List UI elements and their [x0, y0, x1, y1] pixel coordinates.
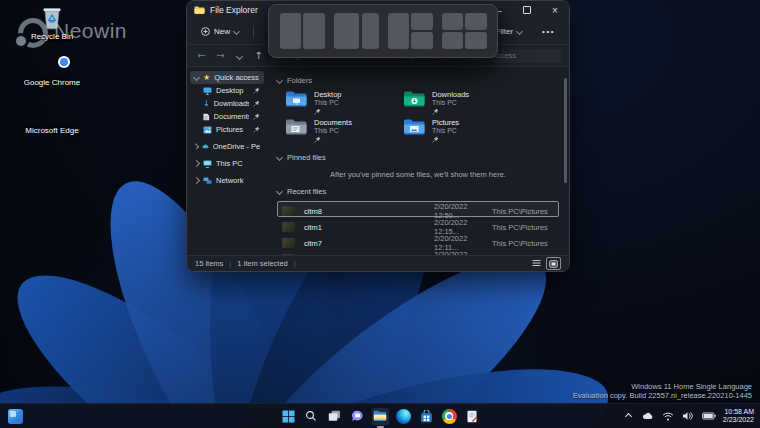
vertical-scrollbar[interactable]: [564, 76, 567, 251]
snap-cell[interactable]: [362, 13, 379, 49]
snap-layout-quadrants[interactable]: [442, 13, 487, 49]
file-name: cltm7: [304, 239, 434, 248]
tray-overflow-button[interactable]: [623, 408, 635, 425]
sidebar-item-this-pc[interactable]: This PC: [190, 157, 264, 170]
close-icon: ×: [552, 5, 558, 16]
pictures-icon: [203, 126, 212, 134]
tray-battery-button[interactable]: [701, 408, 717, 425]
snap-cell[interactable]: [334, 13, 360, 49]
sidebar-item-label: Pictures: [216, 125, 243, 134]
folder-tile-desktop[interactable]: Desktop This PC: [285, 90, 403, 115]
volume-icon: [682, 411, 693, 421]
window-title: File Explorer: [210, 5, 258, 15]
taskbar-task-view-button[interactable]: [326, 408, 343, 425]
sidebar-item-desktop[interactable]: Desktop: [199, 84, 264, 97]
folder-tile-documents[interactable]: Documents This PC: [285, 118, 403, 143]
snap-cell[interactable]: [442, 13, 463, 30]
sidebar-item-downloads[interactable]: ↓ Downloads: [199, 97, 264, 110]
taskbar-widgets-button[interactable]: [7, 408, 24, 425]
taskbar-search-button[interactable]: [303, 408, 320, 425]
taskbar-start-button[interactable]: [280, 408, 297, 425]
taskbar-chrome-button[interactable]: [441, 408, 458, 425]
section-header-pinned-files[interactable]: Pinned files: [277, 151, 559, 163]
status-selected-count: 1 item selected: [237, 259, 287, 268]
snap-cell[interactable]: [303, 13, 324, 49]
taskbar-edge-button[interactable]: [395, 408, 412, 425]
file-thumbnail: [282, 238, 295, 248]
chrome-icon: [442, 409, 457, 424]
snap-layout-left-wide[interactable]: [334, 13, 379, 49]
see-more-button[interactable]: •••: [536, 24, 561, 39]
taskbar-clock[interactable]: 10:58 AM 2/23/2022: [723, 408, 754, 424]
maximize-button[interactable]: [513, 1, 541, 19]
snap-layouts-flyout: [268, 4, 498, 58]
desktop-icon-microsoft-edge[interactable]: Microsoft Edge: [20, 98, 84, 135]
chevron-down-icon: [276, 153, 283, 160]
snap-cell[interactable]: [465, 32, 486, 49]
tray-volume-button[interactable]: [681, 408, 695, 425]
desktop-icon-label: Google Chrome: [20, 78, 84, 87]
expander-icon[interactable]: [193, 177, 200, 184]
up-button[interactable]: ↑: [252, 51, 265, 61]
new-button[interactable]: New: [195, 24, 245, 39]
forward-button[interactable]: →: [214, 51, 227, 61]
list-view-button[interactable]: [530, 257, 543, 268]
desktop-icon-google-chrome[interactable]: Google Chrome: [20, 50, 84, 87]
sidebar-item-pictures[interactable]: Pictures: [199, 123, 264, 136]
section-label: Recent files: [287, 187, 326, 196]
snap-cell[interactable]: [411, 32, 432, 49]
folder-location: This PC: [314, 127, 352, 135]
snap-layout-two-equal-columns[interactable]: [280, 13, 325, 49]
system-tray: 10:58 AM 2/23/2022: [623, 408, 754, 425]
star-icon: ★: [203, 74, 210, 82]
scrollbar-thumb[interactable]: [564, 78, 567, 183]
sidebar-item-network[interactable]: Network: [190, 174, 264, 187]
section-header-recent-files[interactable]: Recent files: [277, 185, 559, 197]
evaluation-watermark: Windows 11 Home Single Language Evaluati…: [573, 382, 752, 400]
folder-tile-pictures[interactable]: Pictures This PC: [403, 118, 559, 143]
folder-name: Documents: [314, 118, 352, 127]
file-thumbnail: [282, 222, 295, 232]
view-toggles: [530, 257, 561, 270]
pin-icon: [253, 87, 260, 94]
close-button[interactable]: ×: [541, 1, 569, 19]
expander-icon[interactable]: [193, 143, 199, 149]
thumbnail-view-button[interactable]: [546, 257, 561, 270]
ellipsis-icon: •••: [542, 27, 555, 36]
sidebar-item-documents[interactable]: Documents: [199, 110, 264, 123]
snap-layout-left-plus-right-stack[interactable]: [388, 13, 433, 49]
documents-folder-icon: [285, 118, 308, 136]
tray-wifi-button[interactable]: [661, 408, 675, 425]
snap-cell[interactable]: [280, 13, 301, 49]
section-header-folders[interactable]: Folders: [277, 74, 559, 86]
snap-cell[interactable]: [411, 13, 432, 30]
taskbar-store-button[interactable]: [418, 408, 435, 425]
back-button[interactable]: ←: [195, 51, 208, 61]
folder-tile-downloads[interactable]: Downloads This PC: [403, 90, 559, 115]
folder-location: This PC: [432, 127, 459, 135]
pin-icon: [432, 108, 469, 115]
recent-locations-button[interactable]: [233, 51, 246, 61]
windows-start-icon: [282, 410, 295, 423]
status-bar: 15 items | 1 item selected |: [187, 255, 569, 271]
snap-cell[interactable]: [388, 13, 409, 49]
download-icon: ↓: [203, 100, 210, 108]
sidebar-item-onedrive[interactable]: OneDrive - Personal: [190, 140, 264, 153]
sidebar-item-quick-access[interactable]: ★ Quick access: [190, 71, 264, 84]
recent-file-row[interactable]: cltm1 2/20/2022 12:15... This PC\Picture…: [277, 217, 559, 233]
expander-icon[interactable]: [193, 160, 200, 167]
tray-onedrive-button[interactable]: [641, 408, 655, 425]
recent-file-row[interactable]: cltm8 2/20/2022 12:50... This PC\Picture…: [277, 201, 559, 217]
desktop-icon-recycle-bin[interactable]: Recycle Bin: [20, 4, 84, 41]
expander-icon[interactable]: [193, 74, 200, 81]
forward-icon: →: [216, 50, 224, 61]
taskbar-chat-button[interactable]: [349, 408, 366, 425]
pictures-folder-icon: [403, 118, 426, 136]
taskbar-pinned-app-button[interactable]: [464, 408, 481, 425]
wifi-icon: [662, 412, 674, 421]
recent-file-row[interactable]: cltm7 2/20/2022 12:11... This PC\Picture…: [277, 233, 559, 249]
snap-cell[interactable]: [465, 13, 486, 30]
clock-date: 2/23/2022: [723, 416, 754, 424]
taskbar-file-explorer-button[interactable]: [372, 408, 389, 425]
snap-cell[interactable]: [442, 32, 463, 49]
